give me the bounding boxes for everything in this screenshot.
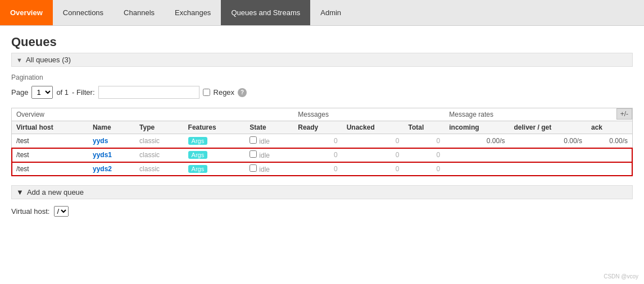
table-row: /testyydsclassicArgsidle0000.00/s0.00/s0… [12, 134, 632, 148]
pagination-label: Pagination [11, 74, 633, 81]
group-rates-label: Message rates [445, 108, 632, 121]
table-row: /testyyds1classicArgsidle000 [12, 148, 632, 162]
regex-label: Regex [214, 88, 235, 97]
filter-text: - Filter: [72, 88, 94, 97]
queues-table-wrapper: +/- Overview Messages Message rates Virt… [11, 108, 633, 176]
cell-name[interactable]: yyds [88, 134, 135, 148]
queues-table: Overview Messages Message rates Virtual … [12, 108, 632, 176]
cell-ready: 0 [293, 148, 342, 162]
help-icon[interactable]: ? [238, 88, 247, 97]
page-title: Queues [11, 35, 633, 49]
tab-queues-streams[interactable]: Queues and Streams [221, 0, 310, 25]
virtual-host-select[interactable]: / [54, 206, 69, 217]
main-content: Queues ▼ All queues (3) Pagination Page … [0, 26, 644, 226]
cell-ready: 0 [293, 162, 342, 176]
cell-total: 0 [403, 162, 445, 176]
cell-state: idle [245, 162, 293, 176]
cell-unacked: 0 [342, 162, 404, 176]
nav-bar: Overview Connections Channels Exchanges … [0, 0, 644, 26]
virtual-host-row: Virtual host: / [11, 206, 633, 217]
cell-state: idle [245, 148, 293, 162]
cell-unacked: 0 [342, 148, 404, 162]
all-queues-section-header[interactable]: ▼ All queues (3) [11, 53, 633, 67]
cell-incoming [445, 148, 509, 162]
col-ack: ack [587, 121, 632, 134]
page-text: Page [11, 88, 28, 97]
cell-features: Args [184, 134, 246, 148]
cell-name[interactable]: yyds1 [88, 148, 135, 162]
col-type: Type [135, 121, 183, 134]
cell-deliver-get: 0.00/s [509, 134, 586, 148]
col-deliver-get: deliver / get [509, 121, 586, 134]
cell-total: 0 [403, 134, 445, 148]
tab-admin[interactable]: Admin [310, 0, 351, 25]
col-ready: Ready [293, 121, 342, 134]
cell-vhost: /test [12, 162, 88, 176]
cell-incoming: 0.00/s [445, 134, 509, 148]
plus-minus-button[interactable]: +/- [616, 108, 632, 120]
table-row: /testyyds2classicArgsidle000 [12, 162, 632, 176]
col-features: Features [184, 121, 246, 134]
of-text: of 1 [56, 88, 69, 97]
cell-ack [587, 162, 632, 176]
all-queues-label: All queues (3) [26, 56, 71, 64]
virtual-host-label: Virtual host: [11, 207, 49, 216]
cell-vhost: /test [12, 148, 88, 162]
pagination-row: Page 1 of 1 - Filter: Regex ? [11, 86, 633, 99]
cell-vhost: /test [12, 134, 88, 148]
queues-tbody: /testyydsclassicArgsidle0000.00/s0.00/s0… [12, 134, 632, 176]
tab-overview[interactable]: Overview [0, 0, 53, 25]
col-header-row: Virtual host Name Type Features State Re… [12, 121, 632, 134]
regex-checkbox[interactable] [203, 89, 210, 96]
col-unacked: Unacked [342, 121, 404, 134]
cell-deliver-get [509, 148, 586, 162]
collapse-triangle-icon: ▼ [16, 57, 22, 63]
filter-input[interactable] [98, 86, 199, 99]
col-vhost: Virtual host [12, 121, 88, 134]
cell-ack: 0.00/s [587, 134, 632, 148]
cell-name[interactable]: yyds2 [88, 162, 135, 176]
cell-ack [587, 148, 632, 162]
col-total: Total [403, 121, 445, 134]
group-messages-label: Messages [293, 108, 445, 121]
cell-state: idle [245, 134, 293, 148]
add-queue-triangle-icon: ▼ [16, 188, 24, 196]
col-state: State [245, 121, 293, 134]
add-queue-label: Add a new queue [27, 188, 84, 196]
cell-ready: 0 [293, 134, 342, 148]
cell-incoming [445, 162, 509, 176]
cell-unacked: 0 [342, 134, 404, 148]
add-queue-section-header[interactable]: ▼ Add a new queue [11, 185, 633, 199]
group-overview-label: Overview [12, 108, 293, 121]
tab-exchanges[interactable]: Exchanges [165, 0, 221, 25]
tab-connections[interactable]: Connections [53, 0, 114, 25]
tab-channels[interactable]: Channels [114, 0, 165, 25]
cell-deliver-get [509, 162, 586, 176]
group-header-row: Overview Messages Message rates [12, 108, 632, 121]
col-name: Name [88, 121, 135, 134]
cell-type: classic [135, 162, 183, 176]
cell-type: classic [135, 148, 183, 162]
col-incoming: incoming [445, 121, 509, 134]
cell-features: Args [184, 162, 246, 176]
cell-total: 0 [403, 148, 445, 162]
cell-type: classic [135, 134, 183, 148]
cell-features: Args [184, 148, 246, 162]
page-select[interactable]: 1 [31, 86, 53, 99]
